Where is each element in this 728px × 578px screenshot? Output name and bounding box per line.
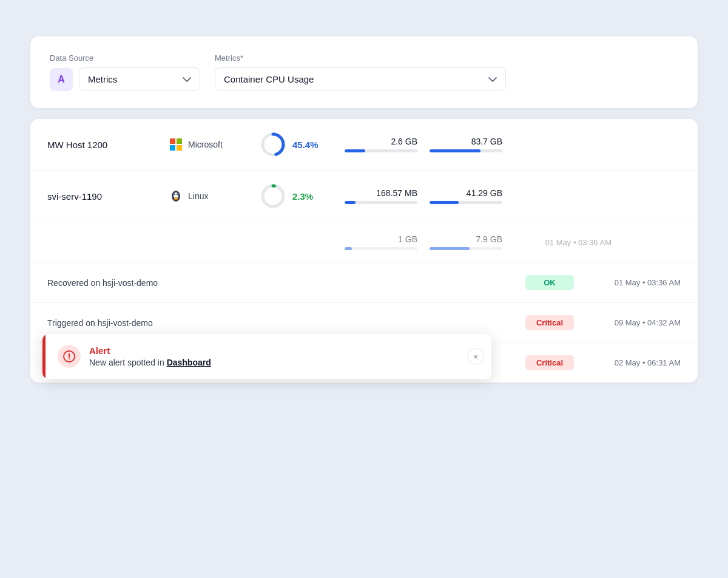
metrics-label: Metrics*: [215, 53, 506, 63]
disk-bar-track: [430, 247, 502, 250]
page-wrapper: Data Source A Metrics Metrics* Container…: [30, 36, 698, 382]
toast-title: Alert: [89, 345, 455, 356]
datasource-card: Data Source A Metrics Metrics* Container…: [30, 36, 698, 108]
memory-bar-fill: [345, 247, 352, 250]
disk-bar-fill: [430, 247, 470, 250]
disk-bar-fill: [430, 201, 459, 204]
toast-content: Alert New alert spotted in Dashboard: [89, 345, 455, 367]
alert-icon: [63, 350, 75, 362]
table-row: MW Host 1200 Microsoft: [30, 119, 698, 171]
alert-icon-wrap: [58, 345, 81, 368]
os-badge: Microsoft: [169, 137, 248, 152]
svg-point-15: [69, 358, 70, 359]
alert-time: 09 May • 04:32 AM: [584, 318, 681, 327]
memory-bar-track: [345, 149, 417, 152]
disk-bar-fill: [430, 149, 480, 152]
datasource-row-inner: A Metrics: [50, 67, 200, 91]
disk-bar-track: [430, 201, 502, 204]
os-name: Microsoft: [188, 140, 223, 149]
linux-icon: [169, 189, 183, 203]
cpu-donut: 2.3%: [260, 183, 332, 209]
cpu-percentage: 2.3%: [292, 191, 313, 202]
toast-notification: Alert New alert spotted in Dashboard ×: [42, 334, 491, 379]
toast-body: Alert New alert spotted in Dashboard: [46, 334, 467, 379]
memory-bar-fill: [345, 201, 356, 204]
svg-rect-2: [170, 145, 175, 151]
svg-rect-0: [170, 138, 175, 144]
alert-row: Recovered on hsji-vost-demo OK 01 May • …: [30, 263, 698, 303]
toast-close-button[interactable]: ×: [467, 348, 484, 365]
svg-rect-3: [177, 145, 182, 151]
metrics-select[interactable]: Container CPU Usage: [215, 67, 506, 91]
datasource-label: Data Source: [50, 53, 200, 63]
svg-rect-1: [177, 138, 182, 144]
toast-message: New alert spotted in Dashboard: [89, 358, 455, 367]
svg-point-8: [174, 194, 175, 195]
server-name: MW Host 1200: [47, 140, 157, 150]
disk-col: 7.9 GB: [430, 234, 502, 250]
disk-value: 83.7 GB: [430, 137, 502, 146]
os-badge: Linux: [169, 189, 248, 203]
server-name: svi-serv-1190: [47, 191, 157, 202]
disk-bar-track: [430, 149, 502, 152]
cpu-donut: 45.4%: [260, 131, 332, 158]
os-name: Linux: [188, 191, 208, 201]
status-badge: Critical: [525, 315, 574, 330]
toast-dashboard-link[interactable]: Dashboard: [167, 358, 211, 367]
disk-col: 41.29 GB: [430, 188, 502, 204]
microsoft-icon: [169, 137, 183, 152]
memory-value: 168.57 MB: [345, 188, 417, 198]
row-time: 01 May • 03:36 AM: [514, 238, 612, 247]
memory-col: 168.57 MB: [345, 188, 417, 204]
svg-point-11: [263, 186, 283, 206]
disk-value: 7.9 GB: [430, 234, 502, 244]
memory-col: 2.6 GB: [345, 137, 417, 152]
table-row: svi-serv-1190 Linux: [30, 171, 698, 222]
memory-value: 2.6 GB: [345, 137, 417, 146]
memory-col: 1 GB: [345, 234, 417, 250]
disk-value: 41.29 GB: [430, 188, 502, 198]
datasource-row: Data Source A Metrics Metrics* Container…: [50, 53, 678, 91]
memory-bar-track: [345, 247, 417, 250]
svg-point-10: [174, 197, 178, 200]
alert-text: Recovered on hsji-vost-demo: [47, 278, 516, 288]
alert-time: 02 May • 06:31 AM: [584, 358, 681, 367]
alert-time: 01 May • 03:36 AM: [584, 278, 681, 287]
status-badge: Critical: [525, 355, 574, 370]
status-badge: OK: [525, 275, 574, 290]
cpu-percentage: 45.4%: [292, 140, 318, 150]
datasource-group: Data Source A Metrics: [50, 53, 200, 91]
metrics-group: Metrics* Container CPU Usage: [215, 53, 506, 91]
memory-value: 1 GB: [345, 234, 417, 244]
donut-chart: [260, 131, 286, 158]
datasource-letter: A: [50, 68, 73, 91]
toast-message-text: New alert spotted in: [89, 358, 167, 367]
memory-bar-fill: [345, 149, 365, 152]
donut-chart: [260, 183, 286, 209]
table-row: 1 GB 7.9 GB 01 May • 03:36 AM: [30, 222, 698, 263]
svg-point-9: [177, 194, 178, 195]
disk-col: 83.7 GB: [430, 137, 502, 152]
memory-bar-track: [345, 201, 417, 204]
datasource-select[interactable]: Metrics: [79, 67, 200, 91]
alert-text: Triggered on hsji-vost-demo: [47, 318, 516, 328]
